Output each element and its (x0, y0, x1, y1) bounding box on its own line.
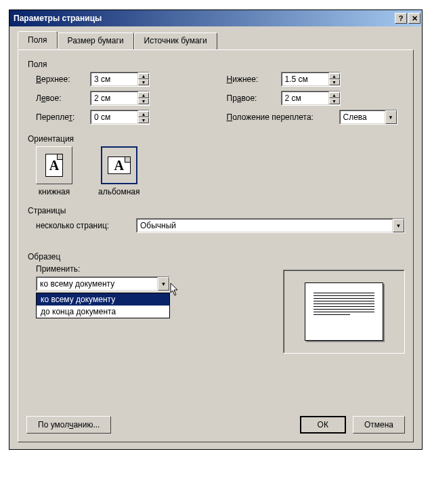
bottom-margin-spinner[interactable]: 1.5 см ▲▼ (281, 72, 341, 87)
spin-down-icon[interactable]: ▼ (329, 98, 340, 104)
margins-section-label: Поля (28, 60, 405, 69)
tab-paper-source[interactable]: Источник бумаги (134, 33, 217, 50)
spin-down-icon[interactable]: ▼ (138, 98, 149, 104)
left-margin-spinner[interactable]: 2 см ▲▼ (90, 91, 150, 106)
tab-paper-size[interactable]: Размер бумаги (58, 33, 134, 50)
ok-button[interactable]: ОК (300, 416, 346, 434)
sample-section-label: Образец (28, 252, 405, 261)
preview-page-icon (305, 282, 383, 341)
landscape-label: альбомная (98, 187, 140, 196)
spin-up-icon[interactable]: ▲ (138, 111, 149, 117)
gutter-label: Переплет: (36, 112, 85, 122)
gutter-spinner[interactable]: 0 см ▲▼ (90, 110, 150, 125)
portrait-page-icon: A (45, 154, 63, 177)
pages-section-label: Страницы (28, 206, 405, 215)
tab-margins[interactable]: Поля (18, 31, 58, 49)
apply-to-combo[interactable]: ко всему документу ▼ (36, 276, 170, 291)
portrait-label: книжная (39, 187, 70, 196)
left-margin-label: Левое: (36, 93, 85, 103)
window-title: Параметры страницы (14, 14, 393, 23)
multi-pages-combo[interactable]: Обычный ▼ (136, 218, 405, 233)
spin-up-icon[interactable]: ▲ (138, 73, 149, 79)
tab-panel: Поля Верхнее: 3 см ▲▼ Нижнее: 1.5 см ▲▼ (18, 49, 414, 442)
spin-down-icon[interactable]: ▼ (138, 79, 149, 85)
default-button[interactable]: По умолчанию... (26, 416, 111, 434)
top-margin-label: Верхнее: (36, 75, 85, 84)
right-margin-label: Правое: (227, 93, 276, 103)
help-button[interactable]: ? (395, 13, 407, 24)
spin-up-icon[interactable]: ▲ (329, 92, 340, 98)
dropdown-arrow-icon[interactable]: ▼ (385, 110, 397, 124)
cancel-button[interactable]: Отмена (353, 416, 405, 434)
spin-down-icon[interactable]: ▼ (138, 117, 149, 123)
top-margin-spinner[interactable]: 3 см ▲▼ (90, 72, 150, 87)
dropdown-arrow-icon[interactable]: ▼ (158, 277, 169, 291)
orientation-landscape-button[interactable]: A (101, 146, 137, 184)
spin-up-icon[interactable]: ▲ (138, 92, 149, 98)
right-margin-spinner[interactable]: 2 см ▲▼ (281, 91, 341, 106)
page-setup-dialog: Параметры страницы ? ✕ Поля Размер бумаг… (9, 9, 423, 450)
titlebar[interactable]: Параметры страницы ? ✕ (9, 10, 422, 26)
apply-to-label: Применить: (36, 264, 170, 274)
close-button[interactable]: ✕ (408, 13, 420, 24)
orientation-section-label: Ориентация (28, 134, 405, 144)
gutter-position-combo[interactable]: Слева ▼ (339, 110, 397, 125)
orientation-portrait-button[interactable]: A (36, 146, 72, 184)
preview-box (283, 270, 405, 354)
apply-option[interactable]: до конца документа (37, 306, 169, 318)
bottom-margin-label: Нижнее: (227, 75, 276, 84)
apply-option[interactable]: ко всему документу (37, 293, 169, 306)
multi-pages-label: несколько страниц: (36, 221, 129, 230)
spin-up-icon[interactable]: ▲ (329, 73, 340, 79)
apply-to-dropdown-list: ко всему документу до конца документа (36, 293, 170, 318)
cursor-icon (170, 283, 179, 297)
gutter-position-label: Положение переплета: (227, 112, 334, 122)
spin-down-icon[interactable]: ▼ (329, 79, 340, 85)
dropdown-arrow-icon[interactable]: ▼ (393, 219, 404, 232)
landscape-page-icon: A (108, 156, 131, 174)
